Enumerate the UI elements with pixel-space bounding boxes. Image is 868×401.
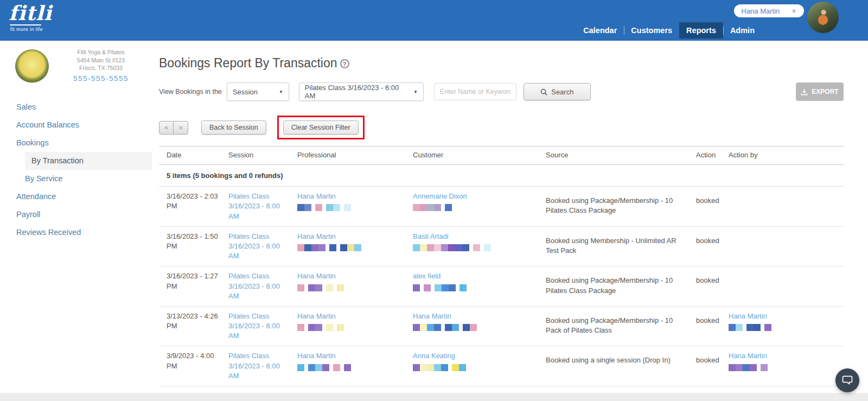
- session-link[interactable]: Pilates Class 3/16/2023 - 6:00 AM: [228, 232, 289, 262]
- top-header: fitli fit more in life Hana Martin » Cal…: [0, 0, 868, 41]
- brand-tagline: fit more in life: [10, 27, 52, 32]
- column-header-date: Date: [159, 150, 228, 160]
- avatar[interactable]: [807, 2, 839, 33]
- cell-source: Booked using Membership - Unlimited AR T…: [546, 232, 696, 256]
- cell-action: booked: [696, 351, 729, 365]
- color-swatch: [427, 244, 434, 251]
- sidebar-item-sales[interactable]: Sales: [0, 98, 152, 116]
- swatch-group: [297, 244, 326, 251]
- user-menu[interactable]: Hana Martin »: [734, 4, 805, 17]
- sidebar-item-bookings[interactable]: Bookings: [0, 134, 152, 152]
- swatch-group: [413, 364, 448, 371]
- sidebar-item-by-service[interactable]: By Service: [0, 170, 152, 188]
- color-swatch: [333, 204, 340, 211]
- customer-link[interactable]: Annemarie Dixon: [413, 192, 467, 201]
- swatch-group: [445, 204, 452, 211]
- page-title: Bookings Report By Transaction: [159, 56, 337, 71]
- swatch-group: [297, 324, 304, 331]
- action-by-link[interactable]: Hana Martin: [729, 351, 767, 361]
- table-row: 3/9/2023 - 4:00 PM Pilates Class 3/16/20…: [159, 346, 844, 386]
- chevron-down-icon: ▼: [279, 90, 283, 94]
- professional-link[interactable]: Hana Martin: [297, 311, 336, 321]
- next-page-button[interactable]: »: [174, 121, 188, 135]
- customer-color-swatches: [413, 284, 537, 291]
- customer-link[interactable]: alex field: [413, 271, 441, 281]
- view-mode-select[interactable]: Session ▼: [227, 82, 289, 101]
- customer-link[interactable]: Anna Keating: [413, 351, 455, 361]
- nav-reports[interactable]: Reports: [679, 22, 723, 39]
- sidebar-item-by-transaction[interactable]: By Transaction: [25, 152, 152, 170]
- chat-launcher-button[interactable]: [835, 368, 859, 392]
- color-swatch: [337, 284, 344, 291]
- color-swatch: [435, 284, 442, 291]
- column-header-session: Session: [228, 150, 297, 160]
- professional-link[interactable]: Hana Martin: [297, 271, 336, 281]
- color-swatch: [304, 204, 311, 211]
- color-swatch: [452, 324, 459, 331]
- swatch-group: [297, 204, 311, 211]
- view-mode-value: Session: [233, 88, 258, 96]
- swatch-group: [729, 364, 757, 371]
- color-swatch: [344, 364, 351, 371]
- color-swatch: [427, 204, 434, 211]
- nav-customers[interactable]: Customers: [624, 22, 679, 39]
- main-nav: CalendarCustomersReportsAdmin: [576, 22, 762, 39]
- color-swatch: [754, 324, 761, 331]
- swatch-group: [413, 244, 469, 251]
- professional-link[interactable]: Hana Martin: [297, 232, 336, 241]
- sidebar-item-account-balances[interactable]: Account Balances: [0, 116, 152, 134]
- swatch-group: [297, 284, 304, 291]
- table-summary: 5 items (5 bookings and 0 refunds): [159, 165, 844, 187]
- swatch-group: [344, 204, 351, 211]
- export-button[interactable]: EXPORT: [796, 82, 844, 101]
- session-select[interactable]: Pilates Class 3/16/2023 - 6:00 AM ▼: [299, 82, 424, 101]
- help-icon[interactable]: ?: [340, 59, 349, 68]
- swatch-group: [413, 284, 420, 291]
- sidebar-item-payroll[interactable]: Payroll: [0, 206, 152, 224]
- session-link[interactable]: Pilates Class 3/16/2023 - 6:00 AM: [228, 351, 289, 381]
- sidebar-item-reviews-received[interactable]: Reviews Received: [0, 224, 152, 241]
- session-link[interactable]: Pilates Class 3/16/2023 - 6:00 AM: [228, 311, 289, 341]
- filter-bar: View Bookings in the Session ▼ Pilates C…: [159, 82, 844, 101]
- prev-page-button[interactable]: «: [159, 121, 174, 135]
- table-row: 3/16/2023 - 1:50 PM Pilates Class 3/16/2…: [159, 227, 844, 267]
- color-swatch: [484, 244, 491, 251]
- customer-link[interactable]: Hana Martin: [413, 311, 451, 321]
- color-swatch: [470, 324, 477, 331]
- nav-admin[interactable]: Admin: [723, 22, 762, 39]
- session-link[interactable]: Pilates Class 3/16/2023 - 6:00 AM: [228, 271, 289, 301]
- bookings-table: DateSessionProfessionalCustomerSourceAct…: [159, 146, 844, 386]
- customer-link[interactable]: Basti Artadi: [413, 232, 449, 241]
- fitli-logo[interactable]: fitli fit more in life: [9, 3, 52, 32]
- swatch-group: [308, 324, 322, 331]
- clear-session-filter-button[interactable]: Clear Session Filter: [283, 120, 359, 135]
- color-swatch: [297, 244, 304, 251]
- professional-link[interactable]: Hana Martin: [297, 351, 336, 361]
- professional-link[interactable]: Hana Martin: [297, 192, 336, 201]
- swatch-group: [326, 324, 333, 331]
- session-link[interactable]: Pilates Class 3/16/2023 - 6:00 AM: [228, 192, 289, 221]
- search-button-label: Search: [551, 88, 573, 96]
- color-swatch: [315, 324, 322, 331]
- action-by-link[interactable]: Hana Martin: [729, 311, 767, 321]
- color-swatch: [413, 284, 420, 291]
- professional-color-swatches: [297, 244, 404, 251]
- sidebar: Fitli Yoga & Pilates 5454 Main St #123 F…: [0, 41, 152, 393]
- session-select-value: Pilates Class 3/16/2023 - 6:00 AM: [305, 84, 408, 100]
- color-swatch: [311, 244, 318, 251]
- color-swatch: [434, 364, 441, 371]
- swatch-group: [308, 284, 322, 291]
- search-button[interactable]: Search: [524, 83, 591, 100]
- color-swatch: [333, 364, 340, 371]
- nav-calendar[interactable]: Calendar: [576, 22, 624, 39]
- table-body: 3/16/2023 - 2:03 PM Pilates Class 3/16/2…: [159, 187, 844, 386]
- search-icon: [540, 88, 547, 96]
- back-to-session-button[interactable]: Back to Session: [201, 120, 266, 135]
- cell-action: booked: [696, 311, 729, 326]
- sidebar-item-attendance[interactable]: Attendance: [0, 188, 152, 206]
- color-swatch: [413, 324, 420, 331]
- swatch-group: [473, 244, 480, 251]
- color-swatch: [427, 324, 434, 331]
- keyword-input[interactable]: [434, 83, 516, 100]
- business-address-2: Frisco, TX 75033: [55, 64, 146, 72]
